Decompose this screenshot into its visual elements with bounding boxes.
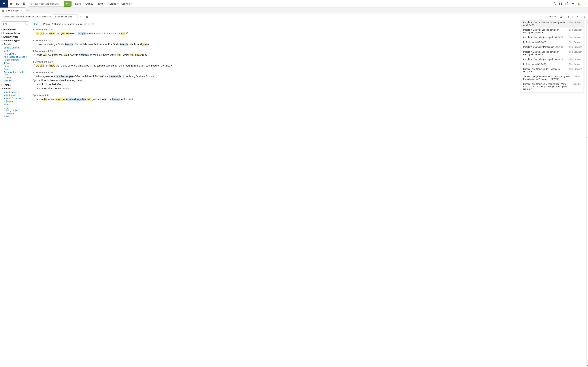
search-icon[interactable] [28,1,34,7]
history-item[interactable]: People: A Church › Senses: temple by Per… [521,27,584,35]
close-icon[interactable]: ✕ [21,9,23,12]
reference-input[interactable] [53,14,78,19]
svg-point-11 [80,16,81,17]
history-item[interactable]: Senses: love (affection) › People: God ›… [521,82,584,92]
parallel-icon[interactable] [79,15,83,19]
history-item-title: Senses: love (affection) › People: God ›… [523,83,571,91]
layout-icon[interactable] [557,2,563,6]
version-dropdown[interactable]: New Revised Standard Version: Catholic E… [1,15,52,18]
verse-reference[interactable]: 2 Corinthians 6:16 [33,71,582,74]
verse-reference[interactable]: Ephesians 2:21 [33,94,582,97]
breadcrumb-senses[interactable]: Senses: temple [67,23,83,25]
history-item[interactable]: People: A Church by Pericope in NRSVCEBi… [521,57,584,62]
facet-item[interactable]: Addressees of Moses 1 [4,55,29,58]
sync-icon[interactable] [551,2,557,6]
facet-item[interactable]: Nation 1 [4,65,29,67]
facet-group-header[interactable]: Bible Books [1,28,29,31]
results-count: (6 results) [84,23,94,25]
trash-icon[interactable] [587,365,588,366]
library-icon[interactable] [14,0,21,8]
export-icon[interactable] [559,15,563,19]
new-tab-button[interactable]: ＋ [25,8,31,13]
panel-more-icon[interactable] [582,15,587,19]
facet-item[interactable]: Timothy 1 [4,79,29,82]
facet-item[interactable]: building project 1 [4,109,29,112]
history-item-title: Senses: love (affection) by Pericope in … [523,68,567,73]
home-icon[interactable] [8,0,14,8]
facet-item[interactable]: entire 1 [4,115,29,118]
facet-group-header[interactable]: Things [1,83,29,87]
history-item-title: People: A Church by Pericope in NRSVCE [523,58,567,61]
checkbox-icon[interactable] [21,0,27,8]
history-item[interactable]: Senses: love (affection) › Verb Class: C… [521,74,584,82]
app-logo[interactable] [0,0,8,8]
user-icon[interactable] [576,2,582,6]
facet-item[interactable]: altar 1 [4,103,29,106]
view-mode-dropdown[interactable]: Verse [547,15,557,18]
facet-item[interactable]: Jesus 1 [4,61,29,65]
history-item[interactable]: People: A Church › Senses: temple by Per… [521,50,584,57]
bibles-dropdown[interactable]: Bibles [110,0,118,8]
facet-item[interactable]: House of Israel 1 [4,58,29,61]
facet-group-header[interactable]: Longacre Genre [1,32,29,35]
facet-group-header[interactable]: Sentence Types [1,39,29,42]
verse-block: 1 Corinthians 9:1313 Do you not know tha… [33,60,582,68]
verse-reference[interactable]: 1 Corinthians 3:17 [33,39,582,42]
scrollbar-minimap[interactable] [587,20,588,367]
checkbox-icon[interactable] [85,15,89,19]
popout-icon[interactable] [563,2,570,6]
search-icon[interactable] [25,23,28,25]
history-item[interactable]: People: A Church by Pericope in NRSVCEBi… [521,35,584,40]
svg-point-5 [572,5,572,5]
history-item[interactable]: Senses: love (affection) by Pericope in … [521,67,584,74]
version-label: New Revised Standard Version: Catholic E… [2,16,48,18]
verse-text: 16 What agreement has the temple of God … [33,74,582,91]
close-icon[interactable]: ✕ [41,23,43,25]
facet-item[interactable]: God 4 [4,49,29,52]
facet-count: 1 [20,109,21,112]
facet-group-label: Sentence Types [3,39,20,42]
verse-reference[interactable]: 1 Corinthians 6:19 [33,50,582,52]
history-item[interactable]: People: A Church › Senses: temple by Ver… [521,20,584,27]
tab-bible-browser[interactable]: Bible Browser ✕ [0,8,25,13]
chevron-down-icon [1,88,3,89]
close-icon[interactable]: ✕ [64,23,66,25]
breadcrumb-start[interactable]: Start [33,23,38,25]
facet-group-header[interactable]: Senses [1,87,29,90]
search-input[interactable] [34,1,64,7]
breadcrumb-people[interactable]: People: A Church [43,23,61,25]
history-dropdown-icon[interactable] [575,15,579,19]
facet-item[interactable]: Christ's Church 5 [4,46,29,49]
facet-item[interactable]: to be (similar) 4 [4,91,29,94]
facet-item[interactable]: Person referred to by Paul 1 [4,71,29,76]
facet-item[interactable]: body 1 [4,106,29,109]
verse-reference[interactable]: 1 Corinthians 9:13 [33,60,582,63]
verse-text: 21 In him the whole structure is joined … [33,97,582,101]
svg-point-7 [578,3,579,4]
history-item[interactable]: by Pericope in NRSVCEBible Browser [521,40,584,45]
menu-tools[interactable]: Tools [98,2,103,5]
facet-item[interactable]: to be (quality) 3 [4,94,29,97]
history-forward-icon[interactable] [571,15,575,19]
verse-reference[interactable]: 1 Corinthians 3:16 [33,28,582,31]
chevron-down-icon [117,3,118,4]
facet-item[interactable]: consensus 1 [4,112,29,115]
facet-group-header[interactable]: Literary Types [1,35,29,39]
facet-item[interactable]: Holy Spirit 2 [4,52,29,55]
history-item[interactable]: by Pericope in NRSVCEBible Browser [521,62,584,67]
settings-dropdown[interactable]: Settings [121,0,132,8]
svg-point-12 [81,16,82,16]
history-back-icon[interactable] [566,15,571,19]
cart-icon[interactable] [570,2,576,6]
facet-item[interactable]: Paul 1 [4,67,29,71]
more-icon[interactable] [582,2,588,6]
find-input[interactable] [1,21,29,26]
facet-group-header[interactable]: People [1,42,29,46]
facet-item[interactable]: to know (cognitive) 3 [4,97,29,100]
menu-guides[interactable]: Guides [86,2,93,5]
go-button[interactable]: GO [64,1,71,7]
history-item[interactable]: People: A Church by Pericope in NRSVCEBi… [521,45,584,50]
facet-item[interactable]: holy (pure) 2 [4,100,29,103]
menu-docs[interactable]: Docs [75,2,81,5]
facet-item[interactable]: A Priest 1 [4,76,29,79]
